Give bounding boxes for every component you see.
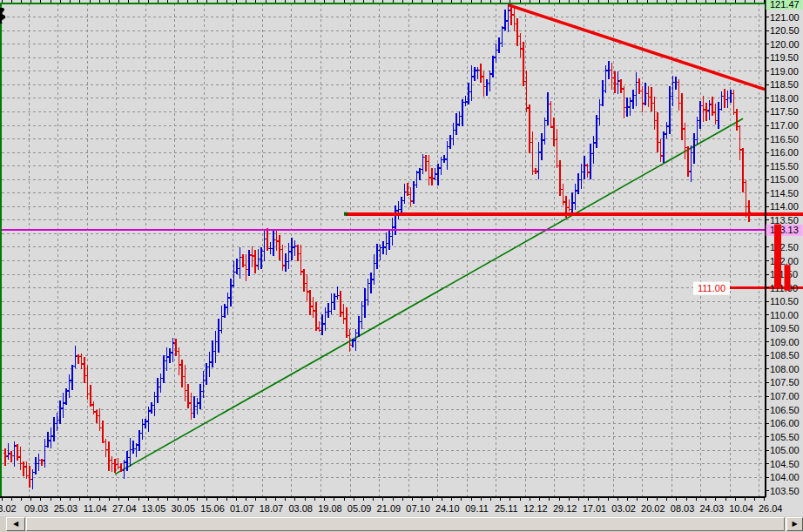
y-axis-label: 107.50 <box>770 377 800 387</box>
trendline-handle[interactable] <box>344 212 348 216</box>
y-axis-label: 109.50 <box>770 323 800 333</box>
y-axis-label: 108.00 <box>770 364 800 374</box>
x-axis-label: 24.03 <box>700 503 725 514</box>
current-price-badge: 113.13 <box>766 225 803 236</box>
y-axis-label: 118.50 <box>770 79 799 90</box>
high-price-badge: 121.47 <box>766 0 803 10</box>
scrollbar-thumb[interactable] <box>26 517 785 531</box>
y-axis-label: 116.00 <box>770 147 799 158</box>
red-marker-bar-1[interactable] <box>774 225 781 288</box>
svg-text:121.47: 121.47 <box>770 0 800 10</box>
y-axis-label: 111.50 <box>770 269 798 279</box>
scroll-right-button[interactable]: ▶ <box>786 517 803 531</box>
x-axis-label: 27.04 <box>112 503 137 514</box>
x-axis-label: 30.05 <box>172 503 196 514</box>
y-axis-label: 106.50 <box>770 405 800 415</box>
x-axis-label: 03.02 <box>611 503 636 514</box>
y-axis-label: 110.50 <box>770 296 799 306</box>
x-axis-label: 01.07 <box>230 503 254 514</box>
y-axis-label: 112.00 <box>770 256 799 266</box>
x-axis-label: 17.01 <box>583 503 607 514</box>
x-axis-label: 18.07 <box>260 503 284 514</box>
x-axis-label: 29.12 <box>553 503 577 514</box>
x-axis-label: 08.03 <box>671 503 695 514</box>
x-axis-label: 19.08 <box>318 503 342 514</box>
svg-text:113.13: 113.13 <box>770 225 799 235</box>
y-axis-label: 103.50 <box>770 486 800 496</box>
y-axis-labels: 121.00120.50120.00119.50119.00118.50118.… <box>765 12 800 496</box>
y-axis-label: 104.00 <box>770 472 800 482</box>
x-axis-label: 10.04 <box>729 503 753 514</box>
horizontal-scrollbar[interactable]: ◀ ▶ <box>0 516 803 532</box>
x-axis-label: 26.04 <box>759 503 783 514</box>
y-axis-label: 119.50 <box>770 52 799 63</box>
chart-window: 111.00121.00120.50120.00119.50119.00118.… <box>0 0 803 532</box>
x-axis-labels: 3.0209.0325.0311.0427.0413.0530.0515.060… <box>0 503 782 514</box>
scroll-left-icon: ◀ <box>13 521 18 528</box>
x-axis-label: 07.10 <box>406 503 430 514</box>
x-axis-label: 15.06 <box>200 503 225 514</box>
x-axis-label: 12.12 <box>523 503 548 514</box>
price-chart[interactable]: 111.00121.00120.50120.00119.50119.00118.… <box>0 0 803 516</box>
x-axis-label: 09.03 <box>24 503 49 514</box>
y-axis-label: 114.00 <box>770 201 799 212</box>
support-line-111-label: 111.00 <box>693 282 730 295</box>
price-bars[interactable] <box>3 4 751 489</box>
y-axis-label: 105.50 <box>770 432 800 442</box>
y-axis-label: 107.00 <box>770 391 800 401</box>
y-axis-label: 121.00 <box>770 12 800 23</box>
x-axis-label: 09.11 <box>465 503 489 514</box>
y-axis-label: 105.00 <box>770 445 800 455</box>
y-axis-label: 120.00 <box>770 39 800 50</box>
scrollbar-track[interactable] <box>25 517 786 531</box>
x-axis-label: 3.02 <box>0 503 17 514</box>
y-axis-label: 120.50 <box>770 25 800 36</box>
x-axis-label: 05.09 <box>348 503 372 514</box>
scroll-right-icon: ▶ <box>792 521 797 528</box>
y-axis-label: 116.50 <box>770 134 799 145</box>
x-axis-label: 20.02 <box>641 503 665 514</box>
y-axis-label: 106.00 <box>770 418 800 428</box>
x-axis-label: 25.11 <box>495 503 518 514</box>
red-marker-bar-2[interactable] <box>785 265 791 291</box>
x-axis-label: 25.03 <box>54 503 78 514</box>
y-axis-label: 115.00 <box>770 174 799 185</box>
x-axis-label: 11.04 <box>84 503 107 514</box>
y-axis-label: 104.50 <box>770 459 800 469</box>
y-axis-label: 115.50 <box>770 161 799 172</box>
y-axis-label: 109.00 <box>770 337 800 347</box>
y-axis-label: 117.00 <box>770 120 799 131</box>
x-axis-label: 24.10 <box>435 503 460 514</box>
mouse-cursor-icon <box>0 8 5 24</box>
y-axis-label: 118.00 <box>770 93 799 104</box>
y-axis-label: 110.00 <box>770 310 799 320</box>
y-axis-label: 112.50 <box>770 242 799 253</box>
scroll-left-button[interactable]: ◀ <box>6 517 25 531</box>
y-axis-label: 108.50 <box>770 350 800 360</box>
y-axis-label: 117.50 <box>770 106 799 117</box>
y-axis-label: 111.00 <box>770 283 798 293</box>
svg-text:111.00: 111.00 <box>698 283 725 293</box>
x-axis-label: 21.09 <box>377 503 402 514</box>
x-axis-label: 03.08 <box>288 503 313 514</box>
x-axis-label: 13.05 <box>142 503 166 514</box>
y-axis-label: 113.50 <box>770 215 799 226</box>
y-axis-label: 119.00 <box>770 66 799 77</box>
y-axis-label: 114.50 <box>770 188 799 199</box>
